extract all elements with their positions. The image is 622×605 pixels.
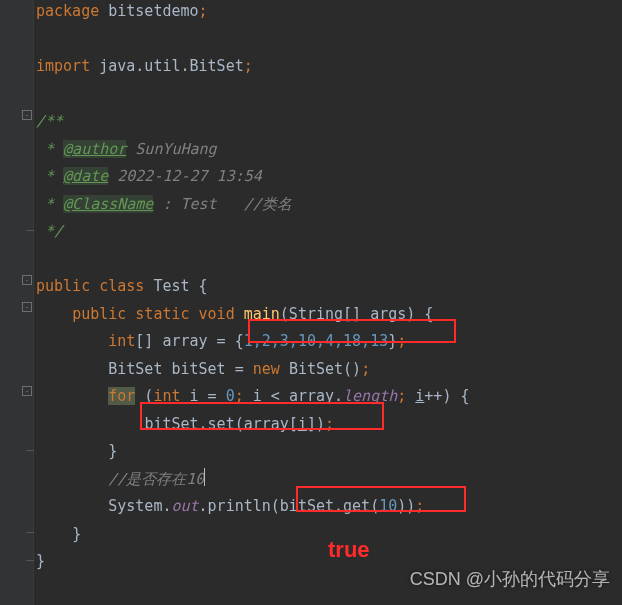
javadoc-date: 2022-12-27 13:54 bbox=[108, 167, 262, 185]
keyword-package: package bbox=[36, 2, 99, 20]
keyword-static: static bbox=[135, 305, 189, 323]
array-literal: 1,2,3,10,4,18,13 bbox=[244, 332, 389, 350]
method-main: main bbox=[244, 305, 280, 323]
javadoc-open: /** bbox=[36, 112, 63, 130]
class-name: Test bbox=[153, 277, 189, 295]
watermark: CSDN @小孙的代码分享 bbox=[410, 566, 610, 594]
field-length: length bbox=[343, 387, 397, 405]
javadoc-close: */ bbox=[36, 222, 63, 240]
package-name: bitsetdemo bbox=[108, 2, 198, 20]
keyword-void: void bbox=[199, 305, 235, 323]
keyword-class: class bbox=[99, 277, 144, 295]
comment-exists: //是否存在10 bbox=[108, 470, 204, 488]
text-cursor bbox=[204, 468, 205, 486]
call-bitset-set: bitSet.set(array[ bbox=[144, 415, 298, 433]
type-bitset: BitSet bbox=[108, 360, 162, 378]
javadoc-classname-tag: @ClassName bbox=[63, 195, 153, 213]
keyword-public: public bbox=[36, 277, 90, 295]
javadoc-date-tag: @date bbox=[63, 167, 108, 185]
fold-end bbox=[26, 532, 34, 533]
fold-toggle[interactable]: - bbox=[22, 275, 32, 285]
fold-toggle[interactable]: - bbox=[22, 302, 32, 312]
var-array: array bbox=[162, 332, 207, 350]
method-println: println bbox=[208, 497, 271, 515]
keyword-import: import bbox=[36, 57, 90, 75]
javadoc-classname: Test bbox=[181, 195, 217, 213]
field-out: out bbox=[171, 497, 198, 515]
fold-toggle[interactable]: - bbox=[22, 386, 32, 396]
var-i: i bbox=[190, 387, 199, 405]
fold-end bbox=[26, 560, 34, 561]
javadoc-author: SunYuHang bbox=[126, 140, 216, 158]
fold-end bbox=[26, 450, 34, 451]
literal-ten: 10 bbox=[379, 497, 397, 515]
fold-end bbox=[26, 230, 34, 231]
keyword-for: for bbox=[108, 387, 135, 405]
class-system: System bbox=[108, 497, 162, 515]
javadoc-author-tag: @author bbox=[63, 140, 126, 158]
editor-gutter: - - - - bbox=[0, 0, 34, 605]
var-bitset: bitSet bbox=[171, 360, 225, 378]
import-path: java.util.BitSet bbox=[99, 57, 244, 75]
output-result: true bbox=[328, 536, 370, 564]
keyword-new: new bbox=[253, 360, 280, 378]
fold-toggle[interactable]: - bbox=[22, 110, 32, 120]
code-content[interactable]: package bitsetdemo; import java.util.Bit… bbox=[36, 0, 622, 576]
keyword-int: int bbox=[108, 332, 135, 350]
